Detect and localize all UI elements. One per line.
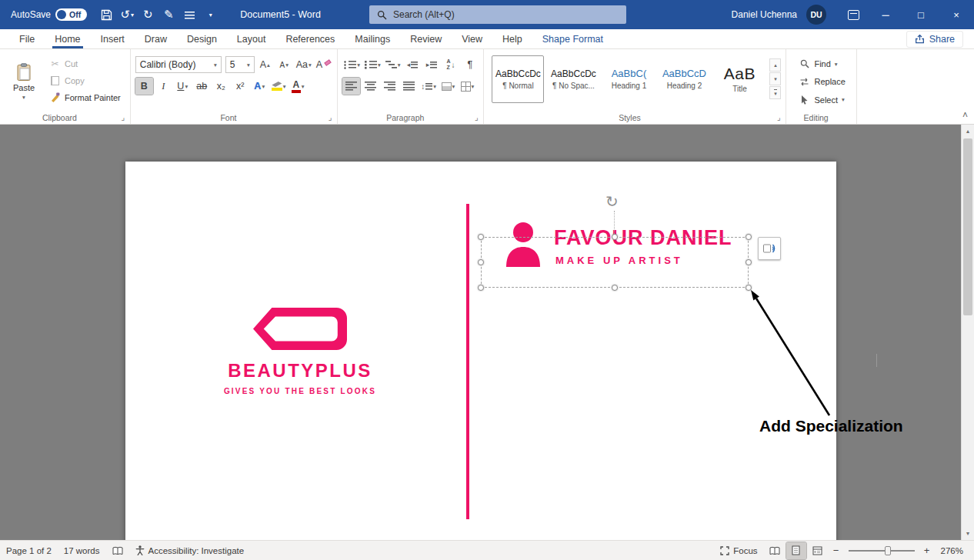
redo-button[interactable]: ↻ (138, 4, 158, 25)
autosave-toggle[interactable]: Off (55, 8, 87, 21)
tab-help[interactable]: Help (492, 29, 532, 48)
share-button[interactable]: Share (906, 31, 963, 48)
divider-line-shape[interactable] (466, 204, 469, 519)
zoom-slider-thumb[interactable] (885, 546, 891, 555)
print-layout-button[interactable] (786, 542, 806, 559)
font-size-combo[interactable]: 5 ▾ (225, 56, 255, 73)
layout-options-button[interactable] (758, 237, 781, 260)
tab-home[interactable]: Home (45, 29, 90, 48)
bullets-button[interactable]: ▾ (342, 56, 362, 73)
tab-view[interactable]: View (452, 29, 492, 48)
tab-insert[interactable]: Insert (91, 29, 135, 48)
tab-layout[interactable]: Layout (227, 29, 276, 48)
show-formatting-marks-button[interactable]: ¶ (461, 56, 479, 73)
focus-mode-button[interactable]: Focus (714, 546, 763, 555)
styles-scroll-up-button[interactable]: ▴ (769, 58, 781, 72)
style-normal[interactable]: AaBbCcDc ¶ Normal (492, 55, 544, 103)
style-title[interactable]: AaB Title (713, 55, 766, 103)
selection-handle-top-right[interactable] (746, 234, 752, 240)
styles-more-button[interactable]: ▾ (769, 86, 781, 99)
bold-button[interactable]: B (135, 78, 153, 95)
rotate-handle[interactable]: ↻ (605, 194, 619, 209)
selection-handle-top-left[interactable] (478, 234, 484, 240)
tab-references[interactable]: References (275, 29, 345, 48)
tab-draw[interactable]: Draw (135, 29, 177, 48)
subscript-button[interactable]: x₂ (212, 78, 230, 95)
task-list-button[interactable] (179, 4, 199, 25)
highlight-button[interactable]: ▾ (270, 78, 288, 95)
scroll-down-button[interactable]: ▾ (962, 527, 974, 540)
style-heading-2[interactable]: AaBbCcD Heading 2 (658, 55, 710, 103)
format-painter-button[interactable]: Format Painter (46, 91, 124, 104)
change-case-button[interactable]: Aa▾ (295, 56, 313, 73)
font-color-button[interactable]: A▾ (289, 78, 307, 95)
strikethrough-button[interactable]: ab (193, 78, 211, 95)
search-box[interactable] (369, 5, 626, 24)
undo-button[interactable]: ↺ ▾ (117, 4, 137, 25)
page[interactable]: BEAUTYPLUS GIVES YOU THE BEST LOOKS FAVO… (125, 162, 836, 540)
styles-dialog-launcher[interactable]: ⌟ (774, 112, 783, 122)
word-count-status[interactable]: 17 words (58, 541, 106, 560)
page-number-status[interactable]: Page 1 of 2 (0, 541, 58, 560)
zoom-level[interactable]: 276% (935, 546, 969, 555)
zoom-out-button[interactable]: − (829, 545, 844, 556)
paragraph-dialog-launcher[interactable]: ⌟ (472, 112, 481, 122)
line-spacing-button[interactable]: ↕▾ (419, 78, 438, 95)
grow-font-button[interactable]: A▴ (256, 56, 274, 73)
search-input[interactable] (393, 9, 619, 20)
style-heading-1[interactable]: AaBbC( Heading 1 (602, 55, 655, 103)
selection-handle-bottom-middle[interactable] (612, 285, 618, 291)
tab-review[interactable]: Review (400, 29, 452, 48)
clipboard-dialog-launcher[interactable]: ⌟ (118, 112, 128, 122)
numbering-button[interactable]: ▾ (363, 56, 382, 73)
multilevel-list-button[interactable]: ▾ (384, 56, 402, 73)
tab-file[interactable]: File (9, 29, 45, 48)
selection-handle-middle-right[interactable] (746, 259, 752, 265)
qat-more-button[interactable]: ▾ (200, 4, 220, 25)
styles-scroll-down-button[interactable]: ▾ (769, 72, 781, 85)
align-center-button[interactable] (362, 78, 379, 95)
read-mode-button[interactable] (765, 542, 785, 559)
font-dialog-launcher[interactable]: ⌟ (325, 112, 335, 122)
select-button[interactable]: Select ▾ (796, 93, 848, 106)
accessibility-status-button[interactable]: Accessibility: Investigate (129, 541, 251, 560)
proofing-status-button[interactable] (106, 541, 129, 560)
cut-button[interactable]: ✂ Cut (46, 57, 124, 71)
collapse-ribbon-button[interactable]: ˄ (962, 110, 968, 121)
find-button[interactable]: Find ▾ (796, 58, 848, 70)
align-right-button[interactable] (381, 78, 399, 95)
tab-shape-format[interactable]: Shape Format (532, 29, 613, 48)
increase-indent-button[interactable]: ▸ (422, 56, 440, 73)
copy-button[interactable]: Copy (46, 75, 124, 87)
minimize-button[interactable]: ─ (868, 0, 903, 29)
decrease-indent-button[interactable]: ◂ (403, 56, 421, 73)
zoom-slider[interactable] (849, 550, 915, 552)
editor-button[interactable]: ✎ (158, 4, 178, 25)
italic-button[interactable]: I (155, 78, 172, 95)
tab-mailings[interactable]: Mailings (345, 29, 400, 48)
selection-handle-top-middle[interactable] (612, 234, 618, 240)
save-button[interactable] (96, 4, 116, 25)
selection-handle-bottom-left[interactable] (478, 285, 484, 291)
avatar[interactable]: DU (806, 5, 826, 25)
user-name[interactable]: Daniel Uchenna (732, 9, 797, 20)
underline-button[interactable]: U▾ (174, 78, 192, 95)
font-name-combo[interactable]: Calibri (Body) ▾ (135, 56, 222, 73)
shrink-font-button[interactable]: A▾ (275, 56, 293, 73)
align-left-button[interactable] (342, 78, 360, 95)
superscript-button[interactable]: x² (232, 78, 249, 95)
maximize-button[interactable]: □ (903, 0, 939, 29)
tab-design[interactable]: Design (177, 29, 227, 48)
scroll-up-button[interactable]: ▴ (962, 125, 974, 138)
logo-block[interactable]: BEAUTYPLUS GIVES YOU THE BEST LOOKS (212, 308, 389, 395)
sort-button[interactable]: AZ↓ (442, 56, 459, 73)
paste-button[interactable]: Paste ▾ (6, 54, 42, 110)
close-button[interactable]: × (939, 0, 974, 29)
selection-box[interactable] (481, 237, 749, 288)
clear-formatting-button[interactable]: A (315, 56, 332, 73)
justify-button[interactable] (400, 78, 418, 95)
scrollbar-thumb[interactable] (963, 138, 972, 315)
borders-button[interactable]: ▾ (459, 78, 476, 95)
text-effects-button[interactable]: A▾ (251, 78, 269, 95)
web-layout-button[interactable] (808, 542, 828, 559)
